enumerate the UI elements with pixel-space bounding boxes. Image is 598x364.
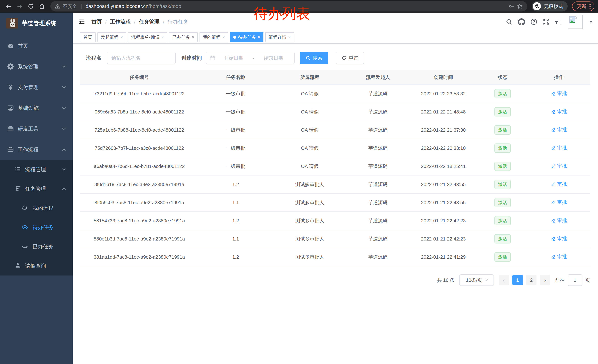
edit-pen-icon [551, 109, 556, 114]
browser-forward-icon[interactable] [15, 1, 25, 11]
sidebar-item-system[interactable]: 系统管理 [0, 56, 73, 77]
browser-menu-icon[interactable] [590, 4, 590, 9]
status-cell: 激活 [478, 144, 528, 153]
approve-link[interactable]: 审批 [551, 235, 567, 242]
goto-page-input[interactable] [568, 274, 582, 286]
approve-link[interactable]: 审批 [551, 181, 567, 187]
bookmark-star-icon[interactable] [517, 3, 523, 9]
help-icon[interactable] [531, 18, 537, 25]
url-divider [81, 4, 82, 9]
prev-page-button[interactable]: ‹ [499, 275, 509, 285]
page-size-select[interactable]: 10条/页 [459, 274, 494, 286]
search-icon[interactable] [506, 18, 512, 25]
password-key-icon[interactable] [509, 4, 514, 9]
task-id-cell: 725a1eb6-7b88-11ec-8ef0-acde48001122 [80, 127, 199, 133]
page-button-1[interactable]: 1 [512, 275, 523, 285]
browser-back-icon[interactable] [4, 1, 13, 11]
close-icon[interactable]: × [120, 35, 123, 39]
tag-tab-bar: 首页 发起流程 × 流程表单-编辑 × 已办任务 × 我的流程 × 待办任务 × [73, 31, 598, 44]
sidebar-item-payment[interactable]: 支付管理 [0, 77, 73, 98]
breadcrumb-current: 待办任务 [168, 18, 188, 25]
task-name-cell: 1.2 [199, 182, 273, 187]
sidebar-item-label: 基础设施 [18, 105, 39, 112]
breadcrumb-home[interactable]: 首页 [91, 18, 102, 25]
task-name-cell: 1.1 [199, 200, 273, 205]
approve-link[interactable]: 审批 [551, 217, 567, 224]
breadcrumb-task-mgmt[interactable]: 任务管理 [139, 18, 160, 25]
chevron-up-icon [62, 188, 66, 191]
approve-link[interactable]: 审批 [551, 163, 567, 169]
sidebar-item-done-tasks[interactable]: 已办任务 [0, 237, 73, 256]
pagination: 共 16 条 10条/页 ‹ 1 2 › 前往 页 [80, 274, 590, 286]
sidebar-item-my-process[interactable]: 我的流程 [0, 198, 73, 218]
process-name-input[interactable] [107, 52, 176, 64]
approve-label: 审批 [557, 108, 567, 115]
sidebar-item-todo-tasks[interactable]: 待办任务 [0, 218, 73, 237]
incognito-badge: 无痕模式 [532, 1, 568, 11]
approve-label: 审批 [557, 235, 567, 242]
sidebar-item-infra[interactable]: 基础设施 [0, 98, 73, 119]
tab-start-process[interactable]: 发起流程 × [98, 32, 126, 42]
browser-url-bar[interactable]: 不安全 dashboard.yudao.iocoder.cn/bpm/task/… [50, 1, 527, 11]
next-page-button[interactable]: › [540, 275, 550, 285]
font-size-icon[interactable] [555, 18, 562, 25]
chevron-down-icon [485, 278, 488, 281]
browser-home-icon[interactable] [37, 1, 47, 11]
approve-link[interactable]: 审批 [551, 199, 567, 205]
not-secure-label: 不安全 [63, 3, 77, 10]
page-header: 首页 / 工作流程 / 任务管理 / 待办任务 [73, 13, 598, 31]
eye-icon [22, 224, 28, 231]
url-path: /bpm/task/todo [148, 4, 181, 9]
sidebar-item-leave-query[interactable]: 请假查询 [0, 256, 73, 275]
page-button-2[interactable]: 2 [526, 275, 537, 285]
task-name-cell: 一级审批 [199, 163, 273, 170]
column-header-create-time: 创建时间 [409, 74, 478, 81]
process-cell: 测试多审批人 [273, 236, 347, 242]
caret-down-icon[interactable] [589, 21, 593, 23]
approve-link[interactable]: 审批 [551, 90, 567, 97]
logo-row[interactable]: 芋道管理系统 [0, 14, 73, 32]
content: 流程名 创建时间 开始日期 - 结束日期 搜索 重置 [73, 44, 598, 364]
avatar[interactable] [568, 15, 583, 29]
github-icon[interactable] [518, 18, 525, 25]
approve-link[interactable]: 审批 [551, 145, 567, 151]
tab-my-process[interactable]: 我的流程 × [199, 32, 228, 42]
tab-process-form-edit[interactable]: 流程表单-编辑 × [128, 32, 167, 42]
sidebar-collapse-icon[interactable] [78, 18, 85, 25]
browser-reload-icon[interactable] [26, 1, 36, 11]
tab-process-detail[interactable]: 流程详情 × [265, 32, 294, 42]
todo-task-table: 任务编号 任务名称 所属流程 流程发起人 创建时间 状态 操作 73211d9d… [80, 70, 590, 266]
approve-label: 审批 [557, 253, 567, 260]
approve-label: 审批 [557, 90, 567, 97]
approve-label: 审批 [557, 145, 567, 151]
approve-link[interactable]: 审批 [551, 108, 567, 115]
close-icon[interactable]: × [192, 35, 194, 39]
tab-todo-tasks[interactable]: 待办任务 × [230, 32, 263, 42]
close-icon[interactable]: × [258, 35, 260, 39]
reset-button[interactable]: 重置 [336, 52, 364, 64]
close-icon[interactable]: × [288, 35, 291, 39]
search-button[interactable]: 搜索 [300, 52, 328, 64]
sidebar-item-home[interactable]: 首页 [0, 36, 73, 56]
approve-link[interactable]: 审批 [551, 126, 567, 133]
fullscreen-icon[interactable] [543, 18, 549, 25]
browser-update-button[interactable]: 更新 [572, 1, 594, 11]
sidebar-item-workflow[interactable]: 工作流程 [0, 139, 73, 160]
close-icon[interactable]: × [161, 35, 164, 39]
sidebar-item-process-mgmt[interactable]: 流程管理 [0, 160, 73, 179]
tab-done-tasks[interactable]: 已办任务 × [169, 32, 198, 42]
approve-link[interactable]: 审批 [551, 253, 567, 260]
monitor-icon [8, 105, 14, 112]
close-icon[interactable]: × [223, 35, 225, 39]
create-time-cell: 2022-01-22 20:33:10 [409, 145, 478, 151]
url-text: dashboard.yudao.iocoder.cn/bpm/task/todo [86, 4, 181, 9]
tab-home[interactable]: 首页 [80, 32, 96, 42]
sidebar-item-label: 工作流程 [18, 146, 39, 153]
sidebar-item-task-mgmt[interactable]: 任务管理 [0, 179, 73, 198]
sidebar-item-devtools[interactable]: 研发工具 [0, 119, 73, 139]
initiator-cell: 芋道源码 [347, 181, 409, 188]
date-range-picker[interactable]: 开始日期 - 结束日期 [206, 52, 295, 64]
breadcrumb-workflow[interactable]: 工作流程 [110, 18, 131, 25]
filter-bar: 流程名 创建时间 开始日期 - 结束日期 搜索 重置 [86, 52, 590, 64]
chevron-down-icon [62, 167, 66, 171]
